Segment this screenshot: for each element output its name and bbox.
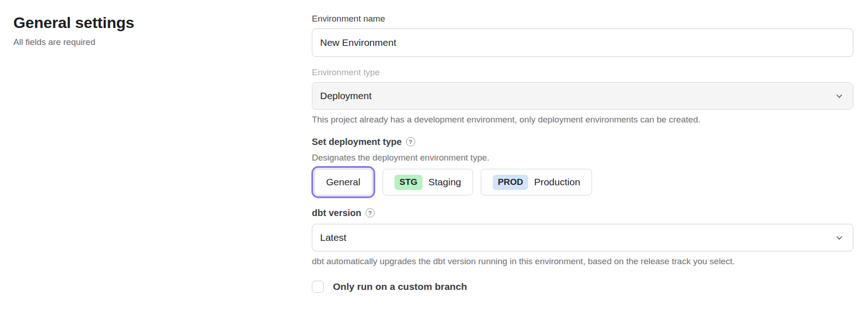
dbt-version-select[interactable]: Latest (312, 224, 853, 251)
chevron-down-icon (835, 233, 844, 242)
page-title: General settings (13, 14, 134, 31)
page-subtitle: All fields are required (13, 37, 134, 47)
deployment-type-options: General STG Staging PROD Production (312, 169, 853, 195)
stg-badge: STG (395, 175, 423, 190)
prod-badge: PROD (493, 175, 528, 190)
environment-name-input[interactable] (312, 28, 853, 57)
dbt-version-value: Latest (320, 232, 346, 243)
deployment-type-option-general[interactable]: General (314, 169, 372, 195)
custom-branch-checkbox[interactable] (312, 281, 324, 293)
dbt-version-helper: dbt automatically upgrades the dbt versi… (312, 256, 853, 267)
deployment-type-option-production-label: Production (534, 177, 580, 188)
help-icon[interactable]: ? (366, 208, 375, 217)
environment-type-select[interactable]: Deployment (312, 82, 853, 110)
environment-type-label: Environment type (312, 67, 853, 78)
dbt-version-label-row: dbt version ? (312, 208, 853, 218)
custom-branch-row: Only run on a custom branch (312, 281, 853, 293)
deployment-type-option-staging[interactable]: STG Staging (383, 169, 473, 195)
deployment-type-option-general-label: General (326, 177, 361, 188)
help-icon[interactable]: ? (406, 137, 415, 146)
deployment-type-helper: Designates the deployment environment ty… (312, 153, 853, 163)
environment-type-value: Deployment (320, 90, 372, 101)
deployment-type-label: Set deployment type (312, 137, 402, 147)
deployment-type-option-production[interactable]: PROD Production (481, 169, 592, 195)
custom-branch-label: Only run on a custom branch (333, 281, 467, 292)
environment-type-helper: This project already has a development e… (312, 115, 853, 125)
dbt-version-label: dbt version (312, 208, 361, 218)
general-settings-form: Environment name Environment type Deploy… (312, 14, 853, 293)
page-header: General settings All fields are required (13, 14, 134, 47)
deployment-type-option-staging-label: Staging (428, 177, 461, 188)
environment-name-label: Environment name (312, 14, 853, 24)
deployment-type-label-row: Set deployment type ? (312, 137, 853, 147)
chevron-down-icon (835, 92, 844, 100)
